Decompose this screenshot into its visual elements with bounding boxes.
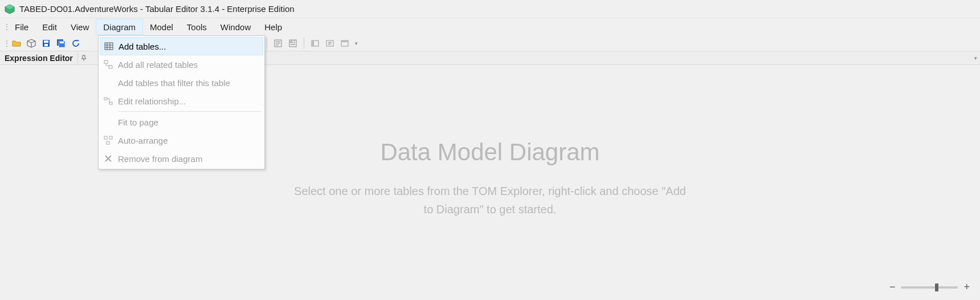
panel-button-3[interactable] — [338, 37, 351, 50]
svg-rect-8 — [60, 42, 64, 43]
menu-window[interactable]: Window — [214, 18, 258, 35]
cube-button[interactable] — [25, 37, 38, 50]
auto-arrange-icon — [102, 136, 115, 145]
zoom-in-button[interactable]: + — [963, 281, 970, 293]
title-bar: TABED-DO01.AdventureWorks - Tabular Edit… — [0, 0, 980, 18]
panel-button-2[interactable] — [324, 37, 336, 50]
menu-add-tables-label: Add tables... — [119, 42, 166, 51]
zoom-slider[interactable] — [901, 286, 958, 289]
menu-help[interactable]: Help — [258, 18, 289, 35]
expression-editor-dropdown[interactable]: ▾ — [971, 51, 980, 64]
svg-rect-17 — [104, 60, 108, 63]
menu-grip-icon: ⋮ — [3, 18, 8, 35]
menu-tools[interactable]: Tools — [180, 18, 214, 35]
pin-button[interactable] — [78, 51, 89, 64]
menu-edit-relationship[interactable]: Edit relationship... — [100, 92, 263, 110]
toolbar-grip-icon: ⋮ — [3, 39, 8, 47]
remove-icon — [102, 154, 115, 163]
menu-edit-label: Edit — [42, 22, 57, 32]
toolbar-dropdown-2[interactable]: ▾ — [353, 40, 359, 46]
empty-state: Data Model Diagram Select one or more ta… — [291, 139, 689, 218]
menu-file-label: File — [15, 22, 28, 32]
svg-rect-4 — [44, 40, 48, 43]
refresh-button[interactable] — [70, 37, 82, 50]
menu-add-filter-tables[interactable]: Add tables that filter this table — [100, 74, 263, 92]
diagram-menu-dropdown: Add tables... Add all related tables Add… — [98, 35, 265, 169]
svg-rect-18 — [109, 66, 112, 68]
menu-add-filter-tables-label: Add tables that filter this table — [118, 78, 230, 88]
related-tables-icon — [102, 60, 115, 69]
edit-relationship-icon — [102, 96, 115, 106]
menu-auto-arrange-label: Auto-arrange — [118, 136, 168, 145]
menu-view[interactable]: View — [64, 18, 96, 35]
zoom-control: − + — [889, 281, 970, 293]
menu-separator — [118, 111, 261, 112]
menu-bar: ⋮ File Edit View Diagram Model Tools Win… — [0, 18, 980, 35]
svg-rect-23 — [107, 141, 109, 144]
menu-window-label: Window — [220, 22, 251, 32]
menu-file[interactable]: File — [8, 18, 35, 35]
toolbar-separator-2 — [304, 38, 304, 49]
open-folder-button[interactable] — [10, 37, 23, 50]
menu-edit-relationship-label: Edit relationship... — [118, 96, 186, 106]
menu-help-label: Help — [264, 22, 282, 32]
menu-model-label: Model — [150, 22, 173, 32]
zoom-out-button[interactable]: − — [889, 281, 896, 293]
panel-button-1[interactable] — [309, 37, 321, 50]
menu-diagram-label: Diagram — [103, 22, 136, 32]
empty-state-subtitle: Select one or more tables from the TOM E… — [291, 182, 689, 218]
menu-tools-label: Tools — [187, 22, 207, 32]
table-icon — [103, 42, 115, 51]
expression-editor-label: Expression Editor — [0, 51, 78, 64]
properties-button[interactable] — [287, 37, 299, 50]
window-title: TABED-DO01.AdventureWorks - Tabular Edit… — [19, 4, 295, 14]
menu-model[interactable]: Model — [143, 18, 180, 35]
menu-fit-to-page-label: Fit to page — [118, 117, 158, 127]
menu-add-all-related-tables-label: Add all related tables — [118, 60, 198, 70]
app-icon — [5, 4, 15, 14]
save-button[interactable] — [40, 37, 52, 50]
svg-rect-20 — [109, 102, 112, 104]
svg-rect-19 — [104, 98, 107, 100]
svg-rect-21 — [104, 136, 107, 139]
menu-diagram[interactable]: Diagram — [96, 19, 143, 35]
menu-add-all-related-tables[interactable]: Add all related tables — [100, 55, 263, 74]
empty-state-title: Data Model Diagram — [291, 139, 689, 166]
menu-view-label: View — [71, 22, 89, 32]
menu-edit[interactable]: Edit — [35, 18, 64, 35]
save-all-button[interactable] — [55, 37, 67, 50]
svg-rect-5 — [44, 44, 48, 46]
toolbar-separator — [267, 38, 267, 49]
menu-auto-arrange[interactable]: Auto-arrange — [100, 131, 263, 149]
menu-remove-from-diagram[interactable]: Remove from diagram — [100, 149, 263, 168]
menu-fit-to-page[interactable]: Fit to page — [100, 113, 263, 131]
zoom-slider-thumb[interactable] — [935, 283, 938, 291]
svg-rect-15 — [341, 40, 348, 42]
script-button[interactable] — [272, 37, 284, 50]
menu-remove-from-diagram-label: Remove from diagram — [118, 154, 202, 164]
svg-rect-12 — [312, 40, 314, 46]
menu-add-tables[interactable]: Add tables... — [100, 37, 263, 55]
svg-rect-22 — [109, 136, 112, 139]
svg-rect-16 — [105, 43, 113, 50]
